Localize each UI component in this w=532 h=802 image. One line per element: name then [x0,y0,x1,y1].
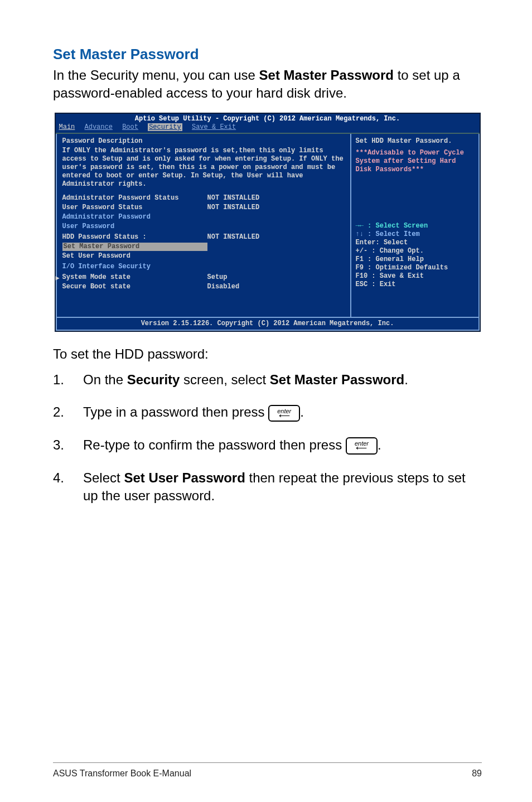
bios-row: User Password [62,223,345,231]
bios-row: System Mode stateSetup [62,273,345,282]
bios-help-line: F1 : General Help [356,255,474,264]
bios-row-label: HDD Password Status : [62,233,207,241]
bios-row-label: User Password [62,223,207,231]
key-arrow-icon: ⟵ [277,414,291,418]
bios-tab-boot: Boot [122,123,138,131]
bios-row: User Password StatusNOT INSTALLED [62,204,345,212]
bios-footer: Version 2.15.1226. Copyright (C) 2012 Am… [56,318,480,331]
bios-row-label: User Password Status [62,204,207,212]
bios-help-line: Enter: Select [356,239,474,247]
bios-row-value: Setup [207,273,228,282]
bios-row-value: Disabled [207,283,240,291]
bios-row-label: Set User Password [62,252,207,260]
bios-tab-save: Save & Exit [192,123,236,131]
intro-paragraph: In the Security menu, you can use Set Ma… [53,66,482,103]
bios-row: Administrator Password StatusNOT INSTALL… [62,194,345,202]
step1-mid: screen, select [180,372,269,387]
bios-row: Set Master Password [62,243,345,251]
bios-help-line: ↑↓ : Select Item [356,230,474,239]
bios-tab-advance: Advance [85,123,113,131]
step-1: On the Security screen, select Set Maste… [53,371,482,389]
section-heading: Set Master Password [53,46,482,63]
key-arrow-icon: ⟵ [355,447,369,450]
bios-right-pane: Set HDD Master Password. ***Advisable to… [351,134,480,318]
bios-row: Administrator Password [62,213,345,221]
procedure-subhead: To set the HDD password: [53,346,482,362]
step1-post: . [404,372,408,387]
step1-pre: On the [83,372,127,387]
bios-help-line: F10 : Save & Exit [356,272,474,281]
bios-row-value: NOT INSTALLED [207,194,260,202]
intro-text-pre: In the Security menu, you can use [53,67,259,83]
steps-list: On the Security screen, select Set Maste… [53,371,482,505]
bios-section-title: Password Description [62,137,345,146]
bios-help-keys: →← : Select Screen↑↓ : Select ItemEnter:… [356,222,474,289]
bios-advisory: ***Advisable to Power Cycle System after… [356,149,474,174]
bios-row-label: Set Master Password [62,243,207,251]
bios-tabs: Main Advance Boot Security Save & Exit [56,123,480,133]
footer-left: ASUS Transformer Book E-Manual [53,769,191,779]
bios-description: If ONLY the Administrator's password is … [62,147,345,189]
bios-right-title: Set HDD Master Password. [356,137,474,146]
bios-screenshot: Aptio Setup Utility - Copyright (C) 2012… [55,113,481,332]
step3-pre: Re-type to confirm the password then pre… [83,437,346,452]
step1-bold2: Set Master Password [270,372,404,387]
bios-row-value: NOT INSTALLED [207,204,260,212]
bios-row-label: Administrator Password Status [62,194,207,202]
bios-tab-main: Main [59,123,75,131]
bios-row: I/O Interface Security [62,263,345,271]
step-3: Re-type to confirm the password then pre… [53,436,482,455]
step-2: Type in a password then press enter⟵. [53,403,482,422]
bios-help-line: →← : Select Screen [356,222,474,230]
bios-header: Aptio Setup Utility - Copyright (C) 2012… [56,114,480,123]
step2-post: . [300,404,304,419]
intro-text-bold: Set Master Password [259,67,394,83]
step4-bold: Set User Password [124,470,245,485]
bios-selection-arrow-icon: ▶ [56,274,60,283]
page-footer: ASUS Transformer Book E-Manual 89 [53,762,482,779]
bios-left-pane: Password Description If ONLY the Adminis… [56,134,351,318]
bios-row-label: Administrator Password [62,213,207,221]
bios-help-line: F9 : Optimized Defaults [356,264,474,272]
bios-row: Secure Boot stateDisabled [62,283,345,291]
enter-key-icon: enter⟵ [346,437,378,455]
bios-row: HDD Password Status :NOT INSTALLED [62,233,345,241]
bios-row-label: Secure Boot state [62,283,207,291]
step2-pre: Type in a password then press [83,404,268,419]
step3-post: . [378,437,381,452]
bios-help-line: ESC : Exit [356,281,474,289]
bios-tab-security: Security [148,123,182,131]
step4-pre: Select [83,470,124,485]
bios-help-line: +/- : Change Opt. [356,247,474,255]
bios-row-label: I/O Interface Security [62,263,207,271]
step-4: Select Set User Password then repeat the… [53,469,482,505]
bios-row-label: System Mode state [62,273,207,282]
step1-bold1: Security [127,372,180,387]
footer-page-number: 89 [472,769,482,779]
enter-key-icon: enter⟵ [268,405,300,422]
bios-row-value: NOT INSTALLED [207,233,260,241]
bios-row: Set User Password [62,252,345,260]
